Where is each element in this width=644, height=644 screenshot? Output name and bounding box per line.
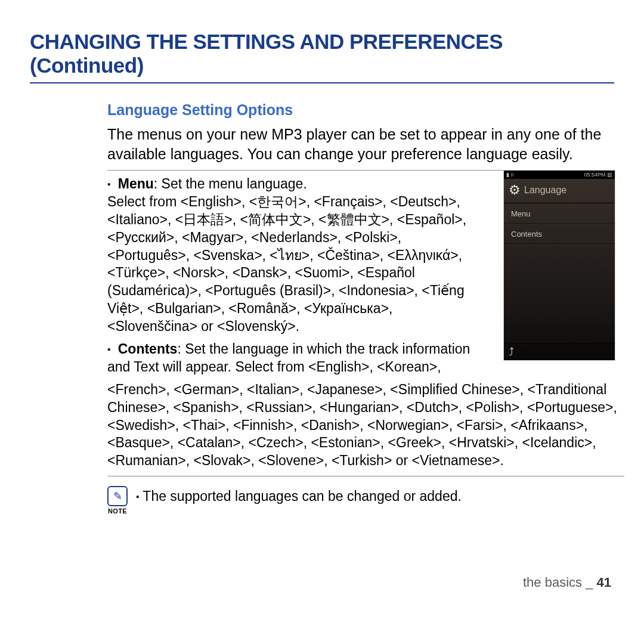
device-screenshot: ▮ II 05:54PM ▥ ⚙ Language Menu Contents … — [503, 170, 615, 361]
screen-header: ⚙ Language — [504, 179, 615, 203]
bullet-menu-label: Menu — [118, 176, 154, 191]
back-icon[interactable]: ⤴ — [509, 346, 514, 358]
intro-paragraph: The menus on your new MP3 player can be … — [30, 125, 614, 164]
screen-item-menu[interactable]: Menu — [504, 203, 615, 224]
bullet-contents: ▪ Contents: Set the language in which th… — [107, 340, 477, 376]
note-label: NOTE — [107, 507, 128, 515]
note-text-line: ▪The supported languages can be changed … — [136, 486, 462, 504]
screen-bottombar: ⤴ — [504, 343, 615, 360]
bullet-menu: ▪ Menu: Set the menu language. Select fr… — [107, 175, 477, 336]
bullet-contents-label: Contents — [118, 341, 178, 357]
separator-2 — [107, 476, 624, 476]
gear-icon: ⚙ — [509, 182, 521, 198]
screen-title: Language — [524, 185, 566, 196]
status-left: ▮ II — [506, 172, 514, 178]
bullet-menu-body: Select from <English>, <한국어>, <Français>… — [107, 194, 466, 334]
page-title: CHANGING THE SETTINGS AND PREFERENCES (C… — [30, 30, 614, 83]
page-footer: the basics _ 41 — [523, 575, 611, 590]
screen-item-contents[interactable]: Contents — [504, 224, 615, 244]
status-bar: ▮ II 05:54PM ▥ — [504, 171, 615, 179]
bullet-contents-body: <French>, <German>, <Italian>, <Japanese… — [107, 382, 617, 469]
section-heading: Language Setting Options — [30, 101, 614, 119]
status-time: 05:54PM ▥ — [584, 172, 612, 178]
note-icon: ✎ — [107, 486, 128, 506]
bullet-menu-intro: : Set the menu language. — [154, 176, 307, 191]
